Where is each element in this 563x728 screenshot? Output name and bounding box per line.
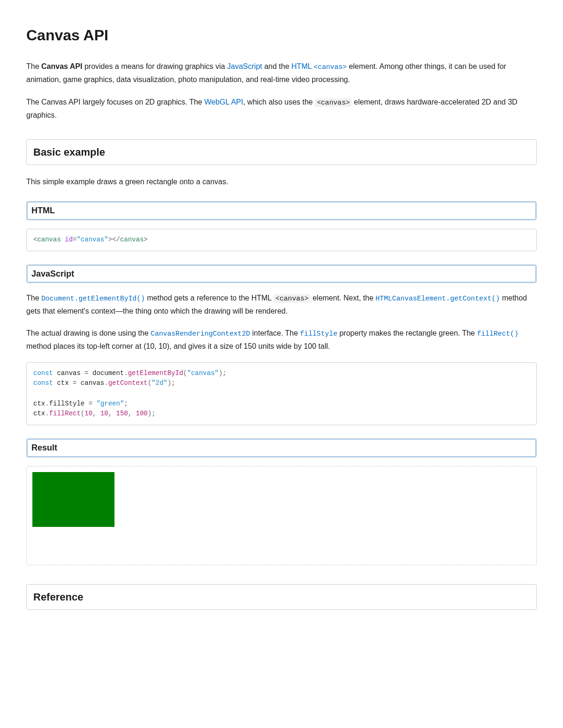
code-token: canvas xyxy=(81,379,104,387)
code-token: canvas xyxy=(191,369,214,377)
code-token: ctx xyxy=(33,400,45,407)
intro-paragraph-2: The Canvas API largely focuses on 2D gra… xyxy=(26,96,537,121)
text: element. Next, the xyxy=(311,294,376,302)
text: provides a means for drawing graphics vi… xyxy=(82,62,227,70)
code-token: . xyxy=(45,410,49,417)
text: The xyxy=(26,62,41,70)
code-token: ( xyxy=(183,369,187,377)
canvas-code: <canvas> xyxy=(315,98,352,107)
js-paragraph-2: The actual drawing is done using the Can… xyxy=(26,327,537,353)
text: method places its top-left corner at (10… xyxy=(26,342,330,350)
code-token: . xyxy=(45,400,49,407)
canvas-code: <canvas> xyxy=(274,294,311,303)
canvas-api-bold: Canvas API xyxy=(41,62,82,70)
basic-example-description: This simple example draws a green rectan… xyxy=(26,175,537,188)
canvas-element-link[interactable]: <canvas> xyxy=(313,62,347,70)
code-token: ( xyxy=(81,410,84,417)
page-title: Canvas API xyxy=(26,23,537,48)
code-token: ); xyxy=(148,410,156,417)
javascript-link[interactable]: JavaScript xyxy=(227,62,262,70)
code-token: = xyxy=(81,369,92,377)
js-code-block: const canvas = document.getElementById("… xyxy=(26,362,537,425)
code-token: canvas xyxy=(81,236,104,243)
code-token: canvas xyxy=(37,236,61,243)
text: method gets a reference to the HTML xyxy=(145,294,274,302)
basic-example-heading: Basic example xyxy=(26,139,537,165)
code: HTMLCanvasElement.getContext() xyxy=(375,295,500,302)
code-token: 150 xyxy=(116,410,128,417)
code-token: , xyxy=(92,410,100,417)
result-subheading: Result xyxy=(26,438,537,458)
text: and the xyxy=(262,62,291,70)
code-token: " xyxy=(187,369,191,377)
fillstyle-link[interactable]: fillStyle xyxy=(300,329,338,337)
code-token: ctx xyxy=(33,410,45,417)
code-token: 100 xyxy=(136,410,148,417)
code-token: 2d xyxy=(156,379,164,387)
code-token: getContext xyxy=(108,379,148,387)
result-output-frame xyxy=(26,466,537,565)
code-token: > xyxy=(108,236,112,243)
code-token: document xyxy=(92,369,124,377)
code-token: " xyxy=(76,236,80,243)
code-token: , xyxy=(128,410,136,417)
code-token: canvas xyxy=(120,236,144,243)
code-token: " xyxy=(104,236,108,243)
code-token: id xyxy=(65,236,73,243)
reference-heading: Reference xyxy=(26,584,537,610)
code-token: const xyxy=(33,369,53,377)
code-token: green xyxy=(100,400,120,407)
text: The xyxy=(26,294,41,302)
text: , which also uses the xyxy=(243,98,315,106)
getcontext-link[interactable]: HTMLCanvasElement.getContext() xyxy=(375,294,500,302)
canvas-element-code: <canvas> xyxy=(313,63,347,71)
code-token: ctx xyxy=(57,379,68,387)
code: fillRect() xyxy=(477,330,518,338)
code-token: > xyxy=(144,236,147,243)
html-code-block: <canvas id="canvas"></canvas> xyxy=(26,229,537,251)
fillrect-link[interactable]: fillRect() xyxy=(477,329,518,337)
code-token: fillRect xyxy=(49,410,81,417)
code-token: 10 xyxy=(84,410,92,417)
context2d-link[interactable]: CanvasRenderingContext2D xyxy=(151,329,250,337)
code: fillStyle xyxy=(300,330,338,338)
code: CanvasRenderingContext2D xyxy=(151,330,250,338)
result-green-rectangle xyxy=(32,472,114,527)
html-subheading: HTML xyxy=(26,201,537,220)
code-token: ( xyxy=(148,379,152,387)
code-token xyxy=(61,236,65,243)
code-token: = xyxy=(69,379,81,387)
text: The actual drawing is done using the xyxy=(26,329,151,337)
code-token: ); xyxy=(167,379,175,387)
text: The Canvas API largely focuses on 2D gra… xyxy=(26,98,204,106)
code-token: " xyxy=(215,369,219,377)
code-token: canvas xyxy=(57,369,80,377)
javascript-subheading: JavaScript xyxy=(26,264,537,284)
code-token: fillStyle xyxy=(49,400,85,407)
code-token: 10 xyxy=(100,410,108,417)
webgl-api-link[interactable]: WebGL API xyxy=(204,98,243,106)
code-token: " xyxy=(152,379,155,387)
code-token: " xyxy=(163,379,167,387)
code-token: , xyxy=(108,410,116,417)
code: Document.getElementById() xyxy=(41,295,145,302)
code-token: ; xyxy=(124,400,128,407)
text: property makes the rectangle green. The xyxy=(337,329,477,337)
code-token: getElementById xyxy=(128,369,183,377)
getelementbyid-link[interactable]: Document.getElementById() xyxy=(41,294,145,302)
code-token: " xyxy=(96,400,100,407)
js-paragraph-1: The Document.getElementById() method get… xyxy=(26,292,537,317)
code-token: . xyxy=(124,369,128,377)
intro-paragraph-1: The Canvas API provides a means for draw… xyxy=(26,60,537,86)
text: interface. The xyxy=(250,329,300,337)
code-token: const xyxy=(33,379,53,387)
html-link[interactable]: HTML xyxy=(291,62,312,70)
code-token: ); xyxy=(219,369,227,377)
code-token: </ xyxy=(112,236,120,243)
code-token: = xyxy=(84,400,96,407)
code-token: . xyxy=(104,379,108,387)
